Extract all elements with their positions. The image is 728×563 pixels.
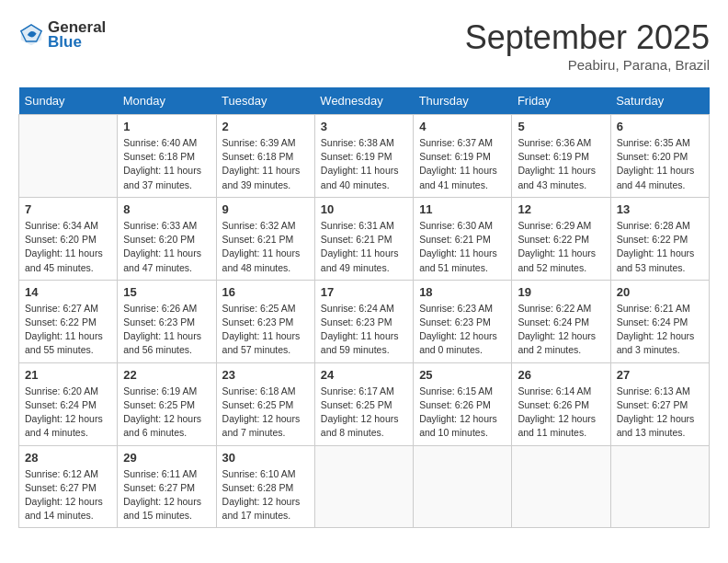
day-info: Sunrise: 6:37 AM Sunset: 6:19 PM Dayligh… (419, 136, 506, 192)
day-info: Sunrise: 6:27 AM Sunset: 6:22 PM Dayligh… (25, 302, 111, 358)
calendar-day-cell: 21Sunrise: 6:20 AM Sunset: 6:24 PM Dayli… (19, 362, 118, 445)
day-info: Sunrise: 6:12 AM Sunset: 6:27 PM Dayligh… (25, 467, 111, 523)
calendar-table: SundayMondayTuesdayWednesdayThursdayFrid… (18, 87, 710, 528)
day-number: 6 (617, 120, 703, 133)
day-number: 27 (617, 368, 703, 382)
logo-icon (18, 22, 44, 48)
day-number: 22 (123, 368, 210, 382)
day-info: Sunrise: 6:32 AM Sunset: 6:21 PM Dayligh… (222, 219, 309, 275)
calendar-day-cell: 7Sunrise: 6:34 AM Sunset: 6:20 PM Daylig… (19, 197, 118, 280)
day-number: 4 (419, 120, 506, 133)
calendar-week-row: 7Sunrise: 6:34 AM Sunset: 6:20 PM Daylig… (19, 197, 710, 280)
day-info: Sunrise: 6:34 AM Sunset: 6:20 PM Dayligh… (25, 219, 111, 275)
calendar-week-row: 14Sunrise: 6:27 AM Sunset: 6:22 PM Dayli… (19, 280, 710, 362)
day-info: Sunrise: 6:23 AM Sunset: 6:23 PM Dayligh… (419, 302, 506, 358)
day-number: 2 (222, 120, 309, 133)
day-info: Sunrise: 6:17 AM Sunset: 6:25 PM Dayligh… (321, 385, 407, 441)
calendar-day-cell: 27Sunrise: 6:13 AM Sunset: 6:27 PM Dayli… (610, 362, 709, 445)
calendar-day-cell: 5Sunrise: 6:36 AM Sunset: 6:19 PM Daylig… (512, 115, 610, 198)
calendar-day-cell (19, 115, 118, 198)
day-number: 16 (222, 285, 309, 299)
day-info: Sunrise: 6:11 AM Sunset: 6:27 PM Dayligh… (123, 467, 210, 523)
calendar-body: 1Sunrise: 6:40 AM Sunset: 6:18 PM Daylig… (19, 115, 710, 528)
calendar-day-cell: 20Sunrise: 6:21 AM Sunset: 6:24 PM Dayli… (610, 280, 709, 362)
day-of-week-header: Wednesday (314, 87, 413, 115)
calendar-day-cell: 30Sunrise: 6:10 AM Sunset: 6:28 PM Dayli… (216, 445, 314, 528)
day-of-week-header: Sunday (19, 87, 118, 115)
day-info: Sunrise: 6:31 AM Sunset: 6:21 PM Dayligh… (321, 219, 407, 275)
day-info: Sunrise: 6:21 AM Sunset: 6:24 PM Dayligh… (617, 302, 703, 358)
day-info: Sunrise: 6:10 AM Sunset: 6:28 PM Dayligh… (222, 467, 309, 523)
calendar-day-cell: 10Sunrise: 6:31 AM Sunset: 6:21 PM Dayli… (314, 197, 413, 280)
month-title: September 2025 (465, 18, 710, 57)
day-number: 14 (25, 285, 111, 299)
day-info: Sunrise: 6:30 AM Sunset: 6:21 PM Dayligh… (419, 219, 506, 275)
day-number: 17 (321, 285, 407, 299)
day-info: Sunrise: 6:18 AM Sunset: 6:25 PM Dayligh… (222, 385, 309, 441)
day-info: Sunrise: 6:38 AM Sunset: 6:19 PM Dayligh… (321, 136, 407, 192)
calendar-day-cell: 6Sunrise: 6:35 AM Sunset: 6:20 PM Daylig… (610, 115, 709, 198)
day-of-week-header: Monday (118, 87, 216, 115)
day-number: 28 (25, 451, 111, 465)
day-number: 13 (617, 202, 703, 216)
calendar-day-cell: 28Sunrise: 6:12 AM Sunset: 6:27 PM Dayli… (19, 445, 118, 528)
calendar-day-cell: 14Sunrise: 6:27 AM Sunset: 6:22 PM Dayli… (19, 280, 118, 362)
day-info: Sunrise: 6:13 AM Sunset: 6:27 PM Dayligh… (617, 385, 703, 441)
calendar-day-cell: 2Sunrise: 6:39 AM Sunset: 6:18 PM Daylig… (216, 115, 314, 198)
calendar-day-cell: 23Sunrise: 6:18 AM Sunset: 6:25 PM Dayli… (216, 362, 314, 445)
calendar-day-cell: 9Sunrise: 6:32 AM Sunset: 6:21 PM Daylig… (216, 197, 314, 280)
day-number: 20 (617, 285, 703, 299)
day-info: Sunrise: 6:36 AM Sunset: 6:19 PM Dayligh… (518, 136, 604, 192)
calendar-week-row: 1Sunrise: 6:40 AM Sunset: 6:18 PM Daylig… (19, 115, 710, 198)
day-number: 8 (123, 202, 210, 216)
calendar-day-cell: 15Sunrise: 6:26 AM Sunset: 6:23 PM Dayli… (118, 280, 216, 362)
page-header: General Blue September 2025 Peabiru, Par… (18, 18, 710, 73)
calendar-day-cell: 8Sunrise: 6:33 AM Sunset: 6:20 PM Daylig… (118, 197, 216, 280)
calendar-day-cell: 29Sunrise: 6:11 AM Sunset: 6:27 PM Dayli… (118, 445, 216, 528)
calendar-week-row: 21Sunrise: 6:20 AM Sunset: 6:24 PM Dayli… (19, 362, 710, 445)
calendar-day-cell: 3Sunrise: 6:38 AM Sunset: 6:19 PM Daylig… (314, 115, 413, 198)
calendar-day-cell: 1Sunrise: 6:40 AM Sunset: 6:18 PM Daylig… (118, 115, 216, 198)
day-number: 15 (123, 285, 210, 299)
logo-text-block: General Blue (48, 18, 106, 52)
day-number: 23 (222, 368, 309, 382)
calendar-day-cell: 19Sunrise: 6:22 AM Sunset: 6:24 PM Dayli… (512, 280, 610, 362)
day-of-week-header: Friday (512, 87, 610, 115)
day-info: Sunrise: 6:28 AM Sunset: 6:22 PM Dayligh… (617, 219, 703, 275)
day-info: Sunrise: 6:29 AM Sunset: 6:22 PM Dayligh… (518, 219, 604, 275)
calendar-day-cell: 16Sunrise: 6:25 AM Sunset: 6:23 PM Dayli… (216, 280, 314, 362)
day-number: 29 (123, 451, 210, 465)
day-of-week-header: Saturday (610, 87, 709, 115)
day-number: 10 (321, 202, 407, 216)
calendar-header-row: SundayMondayTuesdayWednesdayThursdayFrid… (19, 87, 710, 115)
day-info: Sunrise: 6:40 AM Sunset: 6:18 PM Dayligh… (123, 136, 210, 192)
calendar-day-cell: 12Sunrise: 6:29 AM Sunset: 6:22 PM Dayli… (512, 197, 610, 280)
calendar-day-cell (314, 445, 413, 528)
day-number: 18 (419, 285, 506, 299)
day-info: Sunrise: 6:15 AM Sunset: 6:26 PM Dayligh… (419, 385, 506, 441)
day-number: 1 (123, 120, 210, 133)
calendar-day-cell: 4Sunrise: 6:37 AM Sunset: 6:19 PM Daylig… (414, 115, 512, 198)
day-info: Sunrise: 6:22 AM Sunset: 6:24 PM Dayligh… (518, 302, 604, 358)
calendar-day-cell: 11Sunrise: 6:30 AM Sunset: 6:21 PM Dayli… (414, 197, 512, 280)
day-info: Sunrise: 6:24 AM Sunset: 6:23 PM Dayligh… (321, 302, 407, 358)
calendar-day-cell (414, 445, 512, 528)
calendar-day-cell: 26Sunrise: 6:14 AM Sunset: 6:26 PM Dayli… (512, 362, 610, 445)
calendar-day-cell (512, 445, 610, 528)
day-number: 3 (321, 120, 407, 133)
calendar-day-cell: 18Sunrise: 6:23 AM Sunset: 6:23 PM Dayli… (414, 280, 512, 362)
calendar-day-cell (610, 445, 709, 528)
location-subtitle: Peabiru, Parana, Brazil (465, 57, 710, 73)
day-of-week-header: Tuesday (216, 87, 314, 115)
calendar-day-cell: 22Sunrise: 6:19 AM Sunset: 6:25 PM Dayli… (118, 362, 216, 445)
calendar-day-cell: 25Sunrise: 6:15 AM Sunset: 6:26 PM Dayli… (414, 362, 512, 445)
day-number: 12 (518, 202, 604, 216)
day-info: Sunrise: 6:25 AM Sunset: 6:23 PM Dayligh… (222, 302, 309, 358)
day-number: 25 (419, 368, 506, 382)
day-number: 30 (222, 451, 309, 465)
calendar-day-cell: 13Sunrise: 6:28 AM Sunset: 6:22 PM Dayli… (610, 197, 709, 280)
logo: General Blue (18, 18, 106, 52)
day-of-week-header: Thursday (414, 87, 512, 115)
day-number: 5 (518, 120, 604, 133)
day-info: Sunrise: 6:39 AM Sunset: 6:18 PM Dayligh… (222, 136, 309, 192)
